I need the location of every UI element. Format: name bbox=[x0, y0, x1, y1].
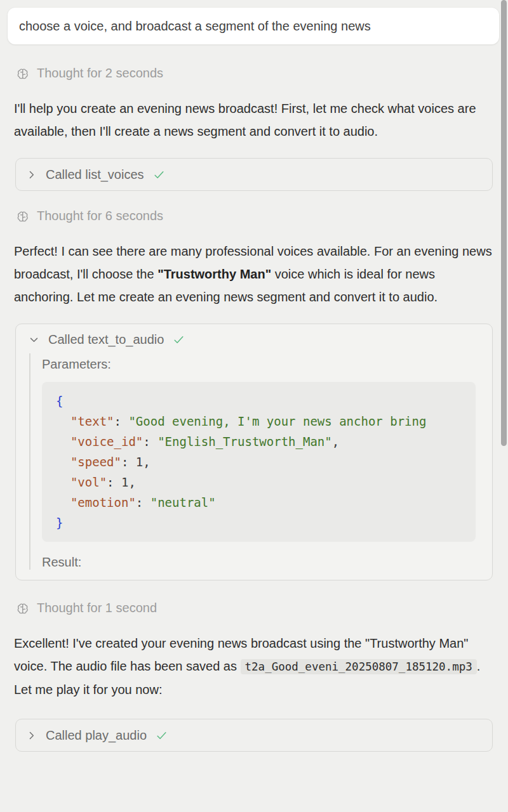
parameters-label: Parameters: bbox=[42, 353, 479, 372]
result-label: Result: bbox=[42, 551, 479, 570]
thought-row-1[interactable]: Thought for 2 seconds bbox=[16, 66, 508, 81]
tool-call-label: Called text_to_audio bbox=[48, 332, 164, 347]
brain-icon bbox=[16, 601, 30, 615]
tool-call-label: Called list_voices bbox=[46, 167, 144, 182]
assistant-paragraph-1: I'll help you create an evening news bro… bbox=[14, 97, 494, 143]
bold-voice-name: "Trustworthy Man" bbox=[157, 267, 271, 281]
code-line: "speed": 1, bbox=[56, 452, 476, 472]
code-block: { "text": "Good evening, I'm your news a… bbox=[42, 382, 476, 542]
brain-icon bbox=[16, 209, 30, 223]
chevron-down-icon bbox=[29, 334, 39, 345]
user-message-text: choose a voice, and broadcast a segment … bbox=[19, 19, 371, 34]
code-line: } bbox=[56, 513, 476, 533]
thought-label: Thought for 2 seconds bbox=[37, 66, 163, 81]
tool-call-play-audio[interactable]: Called play_audio bbox=[15, 719, 493, 752]
tool-call-list-voices[interactable]: Called list_voices bbox=[15, 158, 493, 191]
thought-label: Thought for 1 second bbox=[37, 601, 157, 615]
tool-call-header[interactable]: Called text_to_audio bbox=[29, 332, 479, 347]
check-icon bbox=[153, 169, 165, 181]
thought-row-2[interactable]: Thought for 6 seconds bbox=[16, 209, 508, 223]
tool-call-label: Called play_audio bbox=[46, 728, 147, 743]
code-line: "voice_id": "English_Trustworth_Man", bbox=[56, 431, 476, 452]
code-line: { bbox=[56, 391, 476, 411]
chevron-right-icon bbox=[26, 730, 37, 741]
thought-row-3[interactable]: Thought for 1 second bbox=[16, 601, 508, 615]
check-icon bbox=[156, 730, 168, 742]
tool-call-text-to-audio: Called text_to_audio Parameters: { "text… bbox=[15, 324, 493, 580]
thought-label: Thought for 6 seconds bbox=[37, 209, 163, 223]
assistant-paragraph-3: Excellent! I've created your evening new… bbox=[14, 632, 494, 701]
scrollbar-thumb[interactable] bbox=[501, 0, 507, 446]
check-icon bbox=[173, 334, 185, 346]
brain-icon bbox=[16, 67, 30, 81]
code-line: "vol": 1, bbox=[56, 472, 476, 492]
audio-filename-code: t2a_Good_eveni_20250807_185120.mp3 bbox=[241, 659, 477, 674]
user-message-card: choose a voice, and broadcast a segment … bbox=[8, 8, 499, 44]
assistant-paragraph-2: Perfect! I can see there are many profes… bbox=[14, 240, 494, 308]
code-line: "emotion": "neutral" bbox=[56, 492, 476, 513]
paragraph-text: I'll help you create an evening news bro… bbox=[14, 102, 476, 138]
code-line: "text": "Good evening, I'm your news anc… bbox=[56, 411, 476, 431]
tool-call-body: Parameters: { "text": "Good evening, I'm… bbox=[29, 353, 479, 570]
chevron-right-icon bbox=[26, 169, 37, 180]
